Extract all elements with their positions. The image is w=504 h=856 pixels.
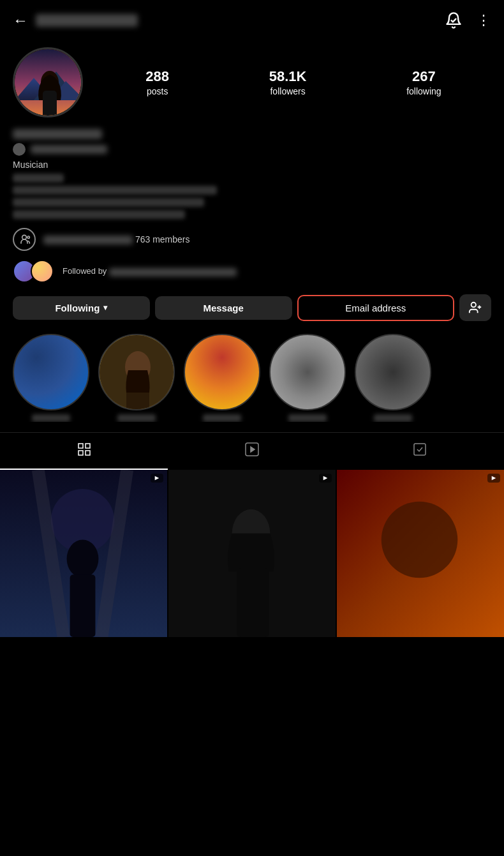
bio-section: Musician — [0, 129, 504, 219]
profile-section: 288 posts 58.1K followers 267 following — [0, 41, 504, 117]
svg-point-25 — [67, 540, 99, 578]
following-label: following — [406, 86, 441, 96]
back-button[interactable]: ← — [13, 11, 28, 29]
bio-line-4 — [13, 210, 185, 219]
community-text: 763 members — [43, 234, 189, 244]
svg-marker-31 — [323, 476, 328, 481]
svg-rect-26 — [70, 574, 96, 637]
highlights-section — [0, 334, 504, 422]
posts-label: posts — [147, 86, 168, 96]
highlight-2[interactable] — [98, 334, 175, 422]
stats-container: 288 posts 58.1K followers 267 following — [96, 68, 491, 96]
post-badge-2 — [319, 474, 332, 483]
message-label: Message — [203, 303, 243, 313]
header-username — [36, 14, 138, 27]
handle-icon — [13, 143, 26, 156]
svg-rect-20 — [414, 444, 426, 455]
more-options-icon[interactable]: ⋮ — [477, 12, 491, 29]
chevron-down-icon: ▾ — [103, 303, 107, 312]
profile-top: 288 posts 58.1K followers 267 following — [13, 47, 491, 117]
post-item-2[interactable] — [168, 470, 336, 637]
highlight-label-5 — [374, 414, 412, 422]
bio-line-1 — [13, 174, 64, 183]
tab-reels[interactable] — [168, 433, 336, 470]
svg-point-8 — [471, 303, 476, 307]
message-button[interactable]: Message — [155, 296, 292, 320]
followed-by-text: Followed by — [63, 266, 237, 276]
avatar — [13, 47, 83, 117]
highlight-label-4 — [288, 414, 327, 422]
highlight-4[interactable] — [269, 334, 346, 422]
following-stat[interactable]: 267 following — [406, 68, 441, 96]
svg-rect-15 — [85, 444, 90, 448]
post-badge-3 — [487, 474, 500, 483]
action-buttons: Following ▾ Message Email address — [0, 294, 504, 321]
email-address-button[interactable]: Email address — [297, 295, 455, 321]
svg-rect-5 — [43, 91, 57, 116]
handle-row — [13, 143, 491, 156]
add-person-icon — [468, 301, 482, 315]
posts-grid — [0, 470, 504, 637]
reels-icon — [244, 442, 260, 461]
followed-by-label: Followed by — [63, 266, 107, 276]
svg-marker-27 — [155, 476, 159, 481]
highlight-circle-1 — [13, 334, 89, 410]
svg-point-6 — [22, 235, 27, 239]
highlight-circle-4 — [269, 334, 346, 410]
bell-check-icon[interactable] — [443, 10, 464, 31]
email-label: Email address — [345, 303, 406, 313]
svg-rect-16 — [78, 451, 83, 455]
followed-by-row: Followed by — [0, 260, 504, 283]
community-name — [43, 236, 133, 244]
community-row[interactable]: 763 members — [0, 228, 504, 251]
following-count: 267 — [412, 68, 436, 85]
handle-text — [31, 145, 107, 154]
posts-stat[interactable]: 288 posts — [145, 68, 169, 96]
followers-stat[interactable]: 58.1K followers — [269, 68, 307, 96]
svg-rect-17 — [85, 451, 90, 455]
highlight-label-3 — [203, 414, 241, 422]
header-right: ⋮ — [443, 10, 491, 31]
post-badge-1 — [151, 474, 163, 483]
following-button[interactable]: Following ▾ — [13, 296, 150, 320]
grid-icon — [77, 442, 92, 461]
community-icon — [13, 228, 36, 251]
svg-marker-34 — [492, 476, 496, 481]
bio-line-3 — [13, 198, 204, 207]
follower-avatars — [13, 260, 54, 283]
avatar-image — [15, 49, 81, 116]
followed-names — [109, 268, 237, 276]
followers-count: 58.1K — [269, 68, 307, 85]
highlight-5[interactable] — [355, 334, 431, 422]
svg-rect-14 — [78, 444, 83, 448]
tagged-icon — [412, 442, 427, 461]
bio-category: Musician — [13, 160, 491, 170]
header-left: ← — [13, 11, 138, 29]
posts-count: 288 — [145, 68, 169, 85]
highlight-label-2 — [117, 414, 156, 422]
highlight-label-1 — [32, 414, 70, 422]
highlight-3[interactable] — [184, 334, 260, 422]
follower-avatar-2 — [31, 260, 54, 283]
svg-marker-19 — [251, 447, 255, 452]
svg-point-33 — [382, 502, 458, 578]
post-item-3[interactable] — [337, 470, 504, 637]
tab-bar — [0, 432, 504, 470]
tab-grid[interactable] — [0, 433, 168, 470]
svg-point-7 — [27, 236, 29, 238]
display-name — [13, 129, 102, 139]
highlight-circle-2 — [98, 334, 175, 410]
highlight-1[interactable] — [13, 334, 89, 422]
highlight-circle-5 — [355, 334, 431, 410]
bio-line-2 — [13, 186, 217, 195]
community-members: 763 members — [135, 234, 190, 244]
tab-tagged[interactable] — [336, 433, 504, 470]
post-item-1[interactable] — [0, 470, 167, 637]
followers-label: followers — [270, 86, 305, 96]
add-person-button[interactable] — [459, 294, 491, 321]
following-label: Following — [55, 303, 100, 313]
svg-rect-30 — [237, 568, 269, 637]
header: ← ⋮ — [0, 0, 504, 41]
highlight-circle-3 — [184, 334, 260, 410]
